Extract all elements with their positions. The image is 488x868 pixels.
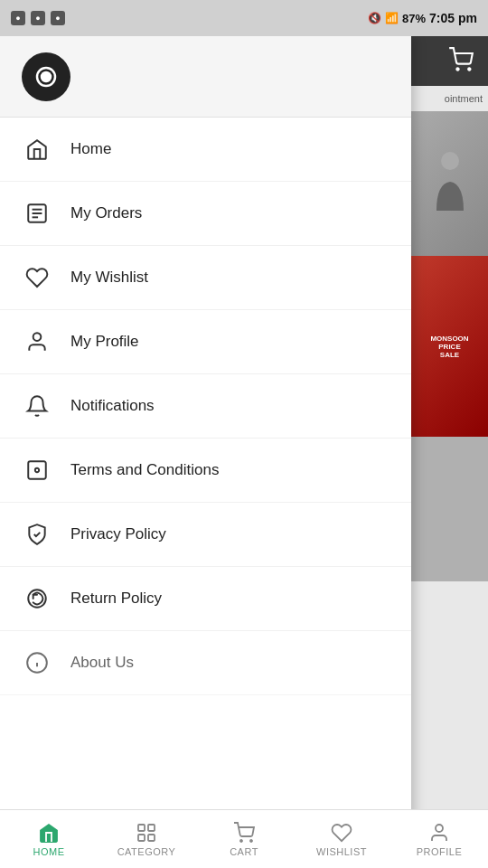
peek-person-image (411, 111, 488, 256)
bottom-nav-category[interactable]: CATEGORY (98, 810, 195, 868)
bottom-nav-wishlist-label: WISHLIST (316, 846, 367, 857)
bottom-nav-profile[interactable]: PROFILE (390, 810, 488, 868)
svg-point-3 (41, 71, 52, 82)
nav-item-privacy[interactable]: Privacy Policy (0, 503, 411, 567)
bottom-nav-home[interactable]: HOME (0, 810, 98, 868)
nav-notifications-label: Notifications (70, 397, 155, 415)
status-left-icons: ● ● ● (11, 11, 65, 25)
svg-rect-18 (138, 835, 145, 841)
nav-return-label: Return Policy (70, 590, 162, 608)
nav-terms-label: Terms and Conditions (70, 461, 219, 479)
svg-rect-19 (148, 835, 155, 841)
bottom-navigation: HOME CATEGORY CART WISHLIST PROFILE (0, 809, 488, 868)
svg-rect-10 (28, 461, 46, 479)
nav-wishlist-label: My Wishlist (70, 269, 148, 287)
status-bar: ● ● ● 🔇 📶 87% 7:05 pm (0, 0, 488, 36)
nav-item-my-orders[interactable]: My Orders (0, 182, 411, 246)
nav-orders-label: My Orders (70, 204, 142, 222)
nav-item-terms[interactable]: Terms and Conditions (0, 439, 411, 503)
heart-icon (23, 264, 51, 291)
bottom-nav-profile-label: PROFILE (417, 846, 463, 857)
battery-percent: 87% (402, 12, 426, 25)
cart-icon-top[interactable] (448, 47, 474, 76)
svg-point-22 (436, 825, 443, 832)
peek-sale-banner: MONSOONPRICESALE (411, 256, 488, 437)
svg-point-21 (250, 840, 252, 842)
svg-rect-17 (148, 825, 155, 831)
peek-grey-block (411, 437, 488, 581)
svg-rect-16 (138, 825, 145, 831)
nav-item-my-wishlist[interactable]: My Wishlist (0, 246, 411, 310)
nav-profile-label: My Profile (70, 333, 139, 351)
app-logo (22, 52, 70, 101)
status-icon-3: ● (51, 11, 65, 25)
svg-point-0 (456, 68, 458, 70)
nav-about-label: About Us (70, 654, 134, 672)
shield-icon (23, 521, 51, 548)
status-icon-2: ● (31, 11, 45, 25)
bottom-nav-home-label: HOME (33, 846, 65, 857)
svg-point-9 (33, 333, 42, 341)
time-display: 7:05 pm (429, 11, 477, 25)
peek-text: ointment (411, 86, 488, 111)
bottom-nav-cart-label: CART (230, 846, 258, 857)
screen: ointment MONSOONPRICESALE (0, 36, 488, 868)
drawer-nav-list: Home My Orders My Wishlist (0, 118, 411, 868)
mute-icon: 🔇 (368, 12, 381, 24)
svg-point-2 (441, 152, 459, 170)
drawer-header (0, 36, 411, 118)
nav-item-home[interactable]: Home (0, 118, 411, 182)
svg-point-20 (240, 840, 242, 842)
status-right-area: 🔇 📶 87% 7:05 pm (368, 11, 477, 25)
return-icon (23, 585, 51, 612)
main-content-peek: ointment MONSOONPRICESALE (411, 36, 488, 868)
svg-point-11 (35, 468, 39, 472)
bottom-nav-cart[interactable]: CART (195, 810, 293, 868)
nav-item-notifications[interactable]: Notifications (0, 374, 411, 439)
info-icon (23, 649, 51, 676)
wifi-icon: 📶 (385, 12, 399, 24)
svg-point-1 (468, 68, 470, 70)
list-icon (23, 200, 51, 227)
status-icon-1: ● (11, 11, 25, 25)
home-icon (23, 136, 51, 163)
navigation-drawer: Home My Orders My Wishlist (0, 36, 411, 868)
nav-item-about[interactable]: About Us (0, 631, 411, 695)
bell-icon (23, 392, 51, 420)
user-icon (23, 328, 51, 355)
bottom-nav-category-label: CATEGORY (117, 846, 176, 857)
main-top-bar (411, 36, 488, 86)
bottom-nav-wishlist[interactable]: WISHLIST (293, 810, 390, 868)
nav-privacy-label: Privacy Policy (70, 525, 166, 543)
nav-item-my-profile[interactable]: My Profile (0, 310, 411, 374)
peek-banner-text: MONSOONPRICESALE (430, 335, 468, 359)
nav-home-label: Home (70, 140, 111, 158)
terms-icon (23, 457, 51, 484)
nav-item-return[interactable]: Return Policy (0, 567, 411, 631)
